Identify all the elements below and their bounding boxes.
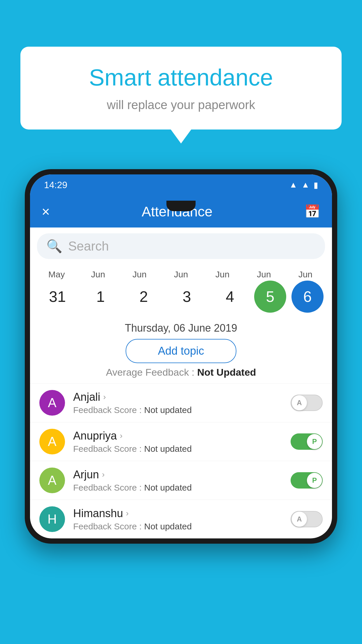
avatar-himanshu: H — [39, 506, 65, 532]
status-bar: 14:29 ▲ ▲ ▮ — [30, 174, 332, 195]
calendar-icon[interactable]: 📅 — [304, 204, 320, 219]
calendar-months: May Jun Jun Jun Jun Jun Jun — [30, 270, 332, 279]
toggle-knob-anjali: A — [292, 395, 307, 410]
app-bar: × Attendance 📅 — [30, 195, 332, 228]
phone-outer: 14:29 ▲ ▲ ▮ × Attendance 📅 🔍 Search — [25, 169, 337, 544]
calendar-month-5: Jun — [245, 270, 283, 279]
calendar-date-6-today[interactable]: 6 — [291, 281, 324, 313]
signal-icon: ▲ — [301, 180, 310, 190]
toggle-anupriya[interactable]: P — [291, 433, 323, 450]
calendar-date-3[interactable]: 3 — [168, 288, 206, 305]
avg-feedback-value: Not Updated — [197, 367, 256, 378]
calendar-date-2[interactable]: 2 — [125, 288, 163, 305]
student-name-anjali[interactable]: Anjali › — [73, 391, 291, 403]
student-name-arjun[interactable]: Arjun › — [73, 468, 291, 481]
toggle-knob-himanshu: A — [292, 512, 307, 527]
student-feedback-anjali: Feedback Score : Not updated — [73, 405, 291, 415]
speech-bubble-container: Smart attendance will replace your paper… — [20, 47, 342, 130]
search-bar[interactable]: 🔍 Search — [37, 233, 325, 259]
status-icons: ▲ ▲ ▮ — [289, 180, 318, 190]
avg-feedback-label: Average Feedback : — [106, 367, 197, 378]
battery-icon: ▮ — [314, 180, 318, 190]
calendar-date-4[interactable]: 4 — [211, 288, 249, 305]
student-item-anupriya: A Anupriya › Feedback Score : Not update… — [30, 422, 332, 461]
phone-mockup: 14:29 ▲ ▲ ▮ × Attendance 📅 🔍 Search — [25, 169, 337, 544]
student-item-himanshu: H Himanshu › Feedback Score : Not update… — [30, 500, 332, 538]
student-info-anupriya: Anupriya › Feedback Score : Not updated — [73, 430, 291, 454]
toggle-switch-anjali[interactable]: A — [291, 395, 323, 411]
student-item-arjun: A Arjun › Feedback Score : Not updated P — [30, 461, 332, 500]
phone-inner: 14:29 ▲ ▲ ▮ × Attendance 📅 🔍 Search — [30, 174, 332, 538]
avatar-anjali: A — [39, 390, 65, 416]
chevron-icon-anupriya: › — [120, 431, 122, 440]
close-button[interactable]: × — [42, 204, 50, 220]
calendar-month-3: Jun — [162, 270, 200, 279]
toggle-arjun[interactable]: P — [291, 472, 323, 489]
calendar-dates: 31 1 2 3 4 5 6 — [30, 281, 332, 313]
phone-notch — [166, 201, 196, 211]
toggle-switch-himanshu[interactable]: A — [291, 511, 323, 527]
chevron-icon-himanshu: › — [126, 509, 129, 518]
calendar-row: May Jun Jun Jun Jun Jun Jun 31 1 2 3 4 5… — [30, 265, 332, 317]
student-feedback-anupriya: Feedback Score : Not updated — [73, 444, 291, 454]
student-list: A Anjali › Feedback Score : Not updated … — [30, 383, 332, 538]
student-item-anjali: A Anjali › Feedback Score : Not updated … — [30, 383, 332, 422]
student-feedback-arjun: Feedback Score : Not updated — [73, 483, 291, 493]
speech-bubble: Smart attendance will replace your paper… — [20, 47, 342, 130]
calendar-month-1: Jun — [79, 270, 117, 279]
toggle-himanshu[interactable]: A — [291, 511, 323, 527]
student-name-anupriya[interactable]: Anupriya › — [73, 430, 291, 442]
toggle-knob-arjun: P — [307, 473, 322, 488]
calendar-date-0[interactable]: 31 — [38, 288, 76, 305]
toggle-anjali[interactable]: A — [291, 395, 323, 411]
toggle-knob-anupriya: P — [307, 434, 322, 449]
speech-bubble-subtitle: will replace your paperwork — [38, 98, 324, 112]
chevron-icon-anjali: › — [103, 392, 106, 402]
student-info-himanshu: Himanshu › Feedback Score : Not updated — [73, 507, 291, 531]
calendar-date-1[interactable]: 1 — [82, 288, 120, 305]
speech-bubble-title: Smart attendance — [38, 64, 324, 91]
calendar-month-2: Jun — [121, 270, 159, 279]
toggle-switch-anupriya[interactable]: P — [291, 433, 323, 450]
toggle-switch-arjun[interactable]: P — [291, 472, 323, 489]
add-topic-button[interactable]: Add topic — [126, 339, 236, 363]
calendar-month-0: May — [38, 270, 75, 279]
date-label: Thursday, 06 June 2019 — [30, 322, 332, 334]
average-feedback: Average Feedback : Not Updated — [30, 367, 332, 378]
status-time: 14:29 — [44, 180, 67, 190]
calendar-month-6: Jun — [287, 270, 324, 279]
wifi-icon: ▲ — [289, 180, 298, 190]
avatar-arjun: A — [39, 468, 65, 493]
student-info-arjun: Arjun › Feedback Score : Not updated — [73, 468, 291, 493]
search-icon: 🔍 — [46, 239, 62, 254]
student-name-himanshu[interactable]: Himanshu › — [73, 507, 291, 520]
search-placeholder: Search — [68, 239, 109, 253]
avatar-anupriya: A — [39, 429, 65, 454]
calendar-date-5-selected[interactable]: 5 — [254, 281, 286, 313]
chevron-icon-arjun: › — [102, 470, 105, 479]
calendar-month-4: Jun — [203, 270, 241, 279]
student-info-anjali: Anjali › Feedback Score : Not updated — [73, 391, 291, 415]
student-feedback-himanshu: Feedback Score : Not updated — [73, 522, 291, 531]
